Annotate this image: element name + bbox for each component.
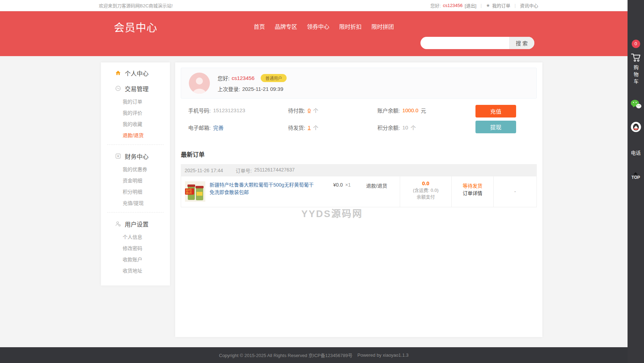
sidebar-item-shipping-address[interactable]: 收货地址 (101, 265, 170, 276)
product-badge: 买2斤送1斤 (185, 188, 194, 195)
sidebar-section-user-settings[interactable]: 用户设置 (101, 216, 170, 231)
home-icon (115, 70, 121, 76)
profile-username: cs123456 (232, 75, 254, 81)
points-unit: 个 (411, 124, 416, 131)
phone-label: 手机号码: (188, 107, 211, 114)
topbar: 欢迎来到刀客源码网B2C商城演示站! 您好: cs123456 [退出] | ★… (0, 0, 628, 11)
topbar-username-link[interactable]: cs123456 (443, 3, 463, 8)
order-detail-link[interactable]: 订单详情 (452, 189, 493, 197)
balance-label: 账户余额: (377, 107, 400, 114)
points-value: 10 (402, 125, 408, 130)
sidebar-item-change-password[interactable]: 修改密码 (101, 243, 170, 254)
order-row: 买2斤送1斤 新疆特产吐鲁番大颗粒葡萄干500g无籽黄萄葡干免洗即食散装包邮 ¥… (181, 176, 537, 207)
wechat-icon[interactable] (630, 99, 642, 109)
email-label: 电子邮箱: (188, 124, 211, 131)
star-icon: ★ (486, 3, 490, 8)
user-level-badge: 普通用户 (261, 74, 287, 82)
sidebar-section-title: 用户设置 (125, 220, 149, 228)
qq-icon[interactable] (631, 122, 641, 132)
product-price: ¥0.0 ×1 (333, 181, 351, 188)
order-amount: 0.0 (400, 180, 451, 187)
email-cell: 电子邮箱: 完善 (188, 124, 288, 131)
product-title-link[interactable]: 新疆特产吐鲁番大颗粒葡萄干500g无籽黄萄葡干免洗即食散装包邮 (210, 181, 318, 196)
pending-ship-count[interactable]: 1 (308, 125, 310, 130)
last-login-label: 上次登录: (218, 85, 240, 93)
powered-by-text: Powered by xiaoyao1.1.3 (357, 352, 409, 358)
sidebar-item-points-details[interactable]: 积分明细 (101, 186, 170, 197)
main-nav: 首页 品牌专区 领券中心 限时折扣 限时拼团 (254, 22, 394, 31)
balance-value: 1000.0 (402, 107, 418, 113)
order-status-cell: 等待发货 订单详情 (451, 176, 493, 207)
nav-group-buy[interactable]: 限时拼团 (371, 22, 394, 31)
sidebar-item-fund-details[interactable]: 资金明细 (101, 175, 170, 186)
order-extra-cell: - (493, 176, 536, 207)
search-input[interactable] (420, 37, 509, 49)
cart-label[interactable]: 购物车 (632, 65, 639, 86)
floating-toolbar: 0 购物车 电话 TOP (628, 0, 644, 363)
pending-payment-count[interactable]: 0 (308, 107, 310, 113)
news-link[interactable]: 资讯中心 (520, 2, 538, 9)
profile-card: 您好: cs123456 普通用户 上次登录: 2025-11-21 09:39 (181, 68, 537, 99)
quantity-value: ×1 (345, 182, 351, 188)
freight-note: (含运费: 0.0) (400, 187, 451, 194)
order-type-label: 退款/退货 (366, 181, 387, 189)
nav-home[interactable]: 首页 (254, 22, 265, 31)
sidebar-item-refund-return[interactable]: 退款/退货 (101, 130, 170, 141)
product-image[interactable]: 买2斤送1斤 (185, 181, 205, 202)
user-settings-icon (115, 221, 121, 227)
recharge-button[interactable]: 充值 (475, 105, 516, 117)
trade-icon (115, 86, 121, 91)
sidebar-item-recharge-withdraw[interactable]: 充值/提现 (101, 197, 170, 209)
nav-coupon-center[interactable]: 领券中心 (307, 22, 329, 31)
nav-brand-zone[interactable]: 品牌专区 (275, 22, 297, 31)
cart-count-badge: 0 (632, 40, 640, 48)
sidebar-item-payment-account[interactable]: 收款账户 (101, 254, 170, 265)
pay-method: 余额支付 (400, 194, 451, 200)
back-to-top-button[interactable]: TOP (631, 172, 640, 180)
sidebar-section-title: 交易管理 (125, 84, 149, 93)
greeting-label: 您好: (430, 2, 441, 9)
points-label: 积分余额: (377, 124, 400, 131)
sidebar-item-personal-center[interactable]: 个人中心 (101, 65, 170, 81)
nav-flash-discount[interactable]: 限时折扣 (339, 22, 362, 31)
main-panel: 您好: cs123456 普通用户 上次登录: 2025-11-21 09:39… (175, 62, 542, 337)
sidebar-section-finance[interactable]: ¥ 财务中心 (101, 148, 170, 164)
footer: Copyright © 2015-2025 All Rights Reserve… (0, 347, 628, 363)
order-no-value: 251126174427637 (254, 167, 295, 174)
search-button[interactable]: 搜 索 (509, 37, 534, 49)
sidebar: 个人中心 交易管理 我的订单 我的评价 我的收藏 退款/退货 ¥ 财务中心 我的… (101, 62, 170, 285)
sidebar-section-trade[interactable]: 交易管理 (101, 81, 170, 96)
pending-ship-unit: 个 (313, 124, 318, 131)
pending-ship-cell: 待发货: 1 个 (288, 124, 377, 131)
last-login-time: 2025-11-21 09:39 (242, 86, 283, 92)
sidebar-item-my-orders[interactable]: 我的订单 (101, 96, 170, 107)
sidebar-item-my-coupons[interactable]: 我的优惠券 (101, 164, 170, 175)
divider (107, 144, 164, 145)
sidebar-section-title: 个人中心 (125, 69, 149, 78)
withdraw-button[interactable]: 提现 (475, 121, 516, 133)
phone-tool-label[interactable]: 电话 (631, 149, 641, 156)
sidebar-item-my-favorites[interactable]: 我的收藏 (101, 119, 170, 130)
top-label: TOP (631, 175, 640, 180)
profile-greeting-label: 您好: (218, 74, 229, 82)
separator: | (481, 3, 482, 8)
sidebar-item-personal-info[interactable]: 个人信息 (101, 231, 170, 243)
member-center-page: 欢迎来到刀客源码网B2C商城演示站! 您好: cs123456 [退出] | ★… (0, 0, 644, 363)
points-cell: 积分余额: 10 个 (377, 124, 482, 131)
my-orders-link[interactable]: 我的订单 (492, 2, 511, 9)
phone-cell: 手机号码: 15123123123 (188, 107, 288, 114)
pending-ship-label: 待发货: (288, 124, 305, 131)
watermark: YYDS源码网 (301, 206, 363, 220)
welcome-text: 欢迎来到刀客源码网B2C商城演示站! (99, 2, 173, 9)
email-complete-link[interactable]: 完善 (213, 124, 224, 131)
pending-payment-cell: 待付款: 0 个 (288, 107, 377, 114)
order-product-cell: 买2斤送1斤 新疆特产吐鲁番大颗粒葡萄干500g无籽黄萄葡干免洗即食散装包邮 ¥… (181, 176, 400, 207)
cart-icon[interactable] (631, 52, 641, 62)
avatar (189, 73, 210, 94)
order-status: 等待发货 (452, 182, 493, 189)
order-date: 2025-11-26 17:44 (185, 168, 223, 173)
sidebar-item-my-reviews[interactable]: 我的评价 (101, 107, 170, 119)
search-bar: 搜 索 (420, 37, 534, 49)
site-logo[interactable]: 会员中心 (114, 19, 157, 34)
logout-link[interactable]: [退出] (465, 2, 476, 9)
